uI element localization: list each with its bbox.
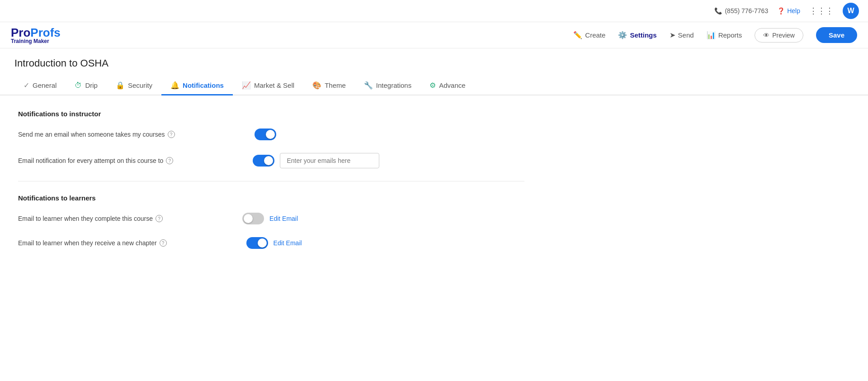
tab-drip[interactable]: ⏱ Drip xyxy=(66,77,107,95)
pencil-icon: ✏️ xyxy=(573,31,582,39)
section-divider xyxy=(18,181,524,181)
toggle-slider-on xyxy=(255,129,276,140)
toggle-complete-course[interactable] xyxy=(242,213,264,224)
setting-row-complete-course: Email to learner when they complete this… xyxy=(18,213,524,224)
setting-row-new-chapter: Email to learner when they receive a new… xyxy=(18,237,524,249)
toggle-knob-complete xyxy=(244,214,253,223)
setting-label-every-attempt: Email notification for every attempt on … xyxy=(18,157,173,164)
advance-icon: ⚙ xyxy=(429,81,436,90)
tab-general[interactable]: ✓ General xyxy=(14,76,66,95)
setting-row-every-attempt: Email notification for every attempt on … xyxy=(18,153,524,168)
toggle-send-email[interactable] xyxy=(255,129,276,140)
setting-label-send-email: Send me an email when someone takes my c… xyxy=(18,131,175,138)
chart-icon: 📊 xyxy=(707,31,716,39)
toggle-knob xyxy=(266,130,275,139)
bell-icon: 🔔 xyxy=(170,81,179,90)
logo-subtitle: Training Maker xyxy=(11,38,61,44)
emails-input[interactable] xyxy=(280,153,379,168)
help-icon-new-chapter[interactable]: ? xyxy=(160,239,167,247)
toggle-slider-complete-off xyxy=(242,213,264,224)
help-circle-icon: ❓ xyxy=(777,7,785,14)
apps-grid-icon[interactable]: ⋮⋮⋮ xyxy=(809,6,834,16)
content-area: Notifications to instructor Send me an e… xyxy=(0,95,542,276)
tab-integrations[interactable]: 🔧 Integrations xyxy=(355,76,420,95)
tab-advance[interactable]: ⚙ Advance xyxy=(420,76,474,95)
lock-icon: 🔒 xyxy=(116,81,125,90)
preview-button[interactable]: 👁 Preview xyxy=(755,28,803,43)
tab-notifications[interactable]: 🔔 Notifications xyxy=(161,76,233,95)
tab-nav: ✓ General ⏱ Drip 🔒 Security 🔔 Notificati… xyxy=(0,76,868,95)
toggle-every-attempt[interactable] xyxy=(253,155,274,167)
toggle-slider-attempt-on xyxy=(253,155,274,167)
phone-icon: 📞 xyxy=(714,7,722,14)
nav-send[interactable]: ➤ Send xyxy=(670,28,694,42)
top-bar: 📞 (855) 776-7763 ❓ Help ⋮⋮⋮ W xyxy=(0,0,868,22)
page-title-bar: Introduction to OSHA xyxy=(0,48,868,69)
integrations-icon: 🔧 xyxy=(364,81,373,90)
help-link[interactable]: ❓ Help xyxy=(777,7,800,14)
send-icon: ➤ xyxy=(670,31,675,39)
tab-security[interactable]: 🔒 Security xyxy=(107,76,161,95)
gear-icon: ⚙️ xyxy=(618,31,627,39)
toggle-knob-chapter xyxy=(258,238,267,248)
edit-email-complete-link[interactable]: Edit Email xyxy=(269,215,298,222)
nav-reports[interactable]: 📊 Reports xyxy=(707,28,742,42)
setting-row-send-email-courses: Send me an email when someone takes my c… xyxy=(18,129,524,140)
toggle-slider-chapter-on xyxy=(246,237,268,249)
phone-number: 📞 (855) 776-7763 xyxy=(714,7,768,14)
toggle-area-send-email xyxy=(255,129,276,140)
page-title: Introduction to OSHA xyxy=(14,57,854,69)
help-icon-complete-course[interactable]: ? xyxy=(156,215,163,222)
toggle-new-chapter[interactable] xyxy=(246,237,268,249)
setting-label-complete-course: Email to learner when they complete this… xyxy=(18,215,163,222)
logo-profs-text: Profs xyxy=(30,26,60,39)
setting-label-new-chapter: Email to learner when they receive a new… xyxy=(18,239,167,247)
tab-market-sell[interactable]: 📈 Market & Sell xyxy=(233,76,303,95)
help-icon-every-attempt[interactable]: ? xyxy=(166,157,173,164)
eye-icon: 👁 xyxy=(763,32,769,39)
logo-pro-text: Pro xyxy=(11,26,30,39)
tab-theme[interactable]: 🎨 Theme xyxy=(303,76,355,95)
toggle-area-complete-course: Edit Email xyxy=(242,213,298,224)
edit-email-chapter-link[interactable]: Edit Email xyxy=(274,239,302,247)
general-icon: ✓ xyxy=(24,81,29,90)
nav-actions: ✏️ Create ⚙️ Settings ➤ Send 📊 Reports 👁… xyxy=(573,27,857,43)
theme-icon: 🎨 xyxy=(312,81,321,90)
toggle-area-new-chapter: Edit Email xyxy=(246,237,302,249)
toggle-knob-attempt xyxy=(264,156,273,165)
user-avatar[interactable]: W xyxy=(843,3,859,19)
main-nav: ProProfs Training Maker ✏️ Create ⚙️ Set… xyxy=(0,22,868,48)
nav-settings[interactable]: ⚙️ Settings xyxy=(618,28,656,42)
toggle-area-every-attempt xyxy=(253,153,379,168)
instructor-section-title: Notifications to instructor xyxy=(18,110,524,118)
market-icon: 📈 xyxy=(242,81,251,90)
nav-create[interactable]: ✏️ Create xyxy=(573,28,605,42)
save-button[interactable]: Save xyxy=(816,27,857,43)
logo: ProProfs Training Maker xyxy=(11,26,61,44)
drip-icon: ⏱ xyxy=(75,81,82,90)
learners-section-title: Notifications to learners xyxy=(18,194,524,202)
help-icon-send-email[interactable]: ? xyxy=(168,131,175,138)
